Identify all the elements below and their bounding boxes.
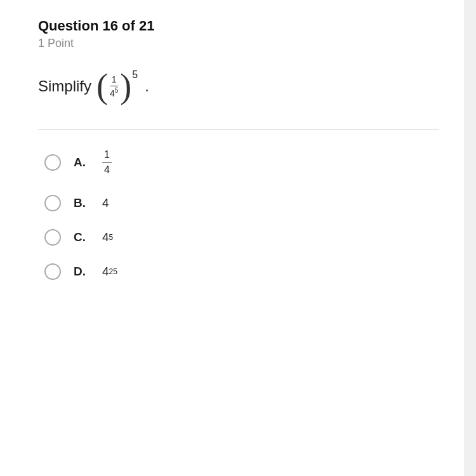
option-c-label: C.: [74, 230, 86, 244]
option-a-value: 1 4: [102, 149, 112, 177]
option-a-label: A.: [74, 155, 86, 169]
question-prefix: Simplify: [38, 77, 91, 95]
question-number: Question 16 of 21: [38, 18, 439, 34]
content-area: Question 16 of 21 1 Point Simplify ( 1 4…: [0, 0, 465, 476]
radio-b[interactable]: [44, 195, 61, 211]
option-d-value: 425: [102, 265, 117, 279]
math-expression: ( 1 45 ) 5: [96, 69, 138, 103]
right-sidebar: [465, 0, 476, 476]
option-b[interactable]: B. 4: [44, 195, 439, 211]
option-d-label: D.: [74, 265, 86, 279]
option-d[interactable]: D. 425: [44, 263, 439, 280]
period: .: [145, 77, 149, 95]
option-a-num: 1: [102, 149, 112, 163]
option-b-value: 4: [102, 196, 109, 210]
option-a-fraction: 1 4: [102, 149, 112, 177]
left-paren: (: [96, 69, 108, 103]
fraction-numerator: 1: [110, 74, 118, 86]
radio-d[interactable]: [44, 263, 61, 280]
divider: [38, 129, 439, 129]
fraction-denominator: 45: [109, 86, 119, 98]
option-a-den: 4: [102, 163, 112, 177]
question-points: 1 Point: [38, 37, 439, 50]
radio-a[interactable]: [44, 154, 61, 171]
option-a[interactable]: A. 1 4: [44, 149, 439, 177]
option-b-label: B.: [74, 196, 86, 210]
options-list: A. 1 4 B. 4 C. 45: [38, 149, 439, 280]
option-c[interactable]: C. 45: [44, 229, 439, 246]
right-paren: ): [120, 69, 131, 103]
radio-c[interactable]: [44, 229, 61, 246]
option-c-value: 45: [102, 230, 113, 244]
question-text: Simplify ( 1 45 ) 5 .: [38, 69, 439, 103]
page-container: Question 16 of 21 1 Point Simplify ( 1 4…: [0, 0, 476, 476]
